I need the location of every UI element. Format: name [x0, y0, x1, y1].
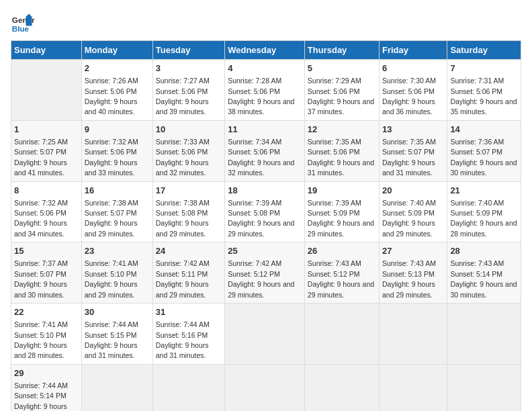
day-number: 13 — [382, 124, 444, 136]
day-info: Sunrise: 7:35 AMSunset: 5:07 PMDaylight:… — [382, 138, 436, 177]
day-info: Sunrise: 7:39 AMSunset: 5:08 PMDaylight:… — [228, 199, 294, 238]
day-info: Sunrise: 7:42 AMSunset: 5:12 PMDaylight:… — [228, 259, 294, 298]
column-header-wednesday: Wednesday — [225, 41, 305, 60]
calendar-cell: 8 Sunrise: 7:32 AMSunset: 5:06 PMDayligh… — [11, 181, 82, 242]
day-number: 21 — [450, 185, 518, 197]
day-number: 15 — [14, 245, 79, 257]
day-info: Sunrise: 7:44 AMSunset: 5:14 PMDaylight:… — [14, 381, 68, 411]
calendar-cell: 3 Sunrise: 7:27 AMSunset: 5:06 PMDayligh… — [152, 60, 224, 121]
calendar-cell: 30 Sunrise: 7:44 AMSunset: 5:15 PMDaylig… — [81, 304, 152, 365]
calendar-cell: 18 Sunrise: 7:39 AMSunset: 5:08 PMDaylig… — [225, 181, 305, 242]
day-info: Sunrise: 7:34 AMSunset: 5:06 PMDaylight:… — [228, 138, 294, 177]
calendar-cell: 29 Sunrise: 7:44 AMSunset: 5:14 PMDaylig… — [11, 364, 82, 411]
day-info: Sunrise: 7:36 AMSunset: 5:07 PMDaylight:… — [450, 138, 517, 177]
day-info: Sunrise: 7:43 AMSunset: 5:14 PMDaylight:… — [450, 259, 517, 298]
day-info: Sunrise: 7:31 AMSunset: 5:06 PMDaylight:… — [450, 77, 517, 116]
calendar-cell: 16 Sunrise: 7:38 AMSunset: 5:07 PMDaylig… — [81, 181, 152, 242]
calendar-cell: 24 Sunrise: 7:42 AMSunset: 5:11 PMDaylig… — [152, 242, 224, 304]
calendar-cell: 27 Sunrise: 7:43 AMSunset: 5:13 PMDaylig… — [380, 242, 447, 304]
header: General Blue — [11, 11, 521, 35]
column-header-friday: Friday — [380, 41, 447, 60]
day-number: 2 — [85, 62, 150, 75]
day-info: Sunrise: 7:38 AMSunset: 5:08 PMDaylight:… — [156, 199, 210, 238]
calendar-cell — [447, 364, 521, 411]
day-info: Sunrise: 7:29 AMSunset: 5:06 PMDaylight:… — [308, 77, 374, 116]
calendar-cell — [447, 304, 521, 365]
day-info: Sunrise: 7:32 AMSunset: 5:06 PMDaylight:… — [14, 199, 68, 238]
day-info: Sunrise: 7:33 AMSunset: 5:06 PMDaylight:… — [156, 138, 210, 177]
day-number: 10 — [156, 124, 222, 136]
day-number: 28 — [450, 245, 518, 257]
column-header-tuesday: Tuesday — [152, 41, 224, 60]
day-info: Sunrise: 7:40 AMSunset: 5:09 PMDaylight:… — [382, 199, 436, 238]
calendar-cell: 19 Sunrise: 7:39 AMSunset: 5:09 PMDaylig… — [304, 181, 379, 242]
day-number: 6 — [382, 62, 444, 75]
calendar-cell: 5 Sunrise: 7:29 AMSunset: 5:06 PMDayligh… — [304, 60, 379, 121]
calendar-table: SundayMondayTuesdayWednesdayThursdayFrid… — [11, 40, 521, 411]
calendar-cell: 28 Sunrise: 7:43 AMSunset: 5:14 PMDaylig… — [447, 242, 521, 304]
column-header-sunday: Sunday — [11, 41, 82, 60]
day-number: 1 — [14, 124, 79, 136]
calendar-cell — [380, 364, 447, 411]
calendar-cell — [11, 60, 82, 121]
calendar-cell: 2 Sunrise: 7:26 AMSunset: 5:06 PMDayligh… — [81, 60, 152, 121]
calendar-cell — [304, 364, 379, 411]
day-number: 14 — [450, 124, 518, 136]
day-number: 22 — [14, 306, 79, 318]
calendar-week-row: 8 Sunrise: 7:32 AMSunset: 5:06 PMDayligh… — [11, 181, 521, 242]
day-number: 9 — [85, 124, 150, 136]
day-info: Sunrise: 7:44 AMSunset: 5:16 PMDaylight:… — [156, 320, 210, 359]
day-info: Sunrise: 7:26 AMSunset: 5:06 PMDaylight:… — [85, 77, 138, 116]
day-info: Sunrise: 7:44 AMSunset: 5:15 PMDaylight:… — [85, 320, 138, 359]
day-number: 20 — [382, 185, 444, 197]
calendar-week-row: 2 Sunrise: 7:26 AMSunset: 5:06 PMDayligh… — [11, 60, 521, 121]
calendar-cell — [304, 304, 379, 365]
calendar-week-row: 29 Sunrise: 7:44 AMSunset: 5:14 PMDaylig… — [11, 364, 521, 411]
calendar-cell — [152, 364, 224, 411]
day-number: 26 — [308, 245, 376, 257]
day-number: 19 — [308, 185, 376, 197]
day-number: 25 — [228, 245, 302, 257]
calendar-cell: 21 Sunrise: 7:40 AMSunset: 5:09 PMDaylig… — [447, 181, 521, 242]
day-info: Sunrise: 7:28 AMSunset: 5:06 PMDaylight:… — [228, 77, 294, 116]
day-number: 29 — [14, 367, 79, 379]
calendar-cell: 14 Sunrise: 7:36 AMSunset: 5:07 PMDaylig… — [447, 120, 521, 181]
day-number: 7 — [450, 62, 518, 75]
day-number: 11 — [228, 124, 302, 136]
day-info: Sunrise: 7:41 AMSunset: 5:10 PMDaylight:… — [14, 320, 68, 359]
day-number: 4 — [228, 62, 302, 75]
day-info: Sunrise: 7:37 AMSunset: 5:07 PMDaylight:… — [14, 259, 68, 298]
day-info: Sunrise: 7:41 AMSunset: 5:10 PMDaylight:… — [85, 259, 138, 298]
day-info: Sunrise: 7:43 AMSunset: 5:12 PMDaylight:… — [308, 259, 374, 298]
column-header-thursday: Thursday — [304, 41, 379, 60]
calendar-cell: 10 Sunrise: 7:33 AMSunset: 5:06 PMDaylig… — [152, 120, 224, 181]
column-header-monday: Monday — [81, 41, 152, 60]
day-number: 27 — [382, 245, 444, 257]
calendar-cell: 25 Sunrise: 7:42 AMSunset: 5:12 PMDaylig… — [225, 242, 305, 304]
day-number: 5 — [308, 62, 376, 75]
calendar-cell: 12 Sunrise: 7:35 AMSunset: 5:06 PMDaylig… — [304, 120, 379, 181]
calendar-cell — [380, 304, 447, 365]
column-header-saturday: Saturday — [447, 41, 521, 60]
calendar-cell — [81, 364, 152, 411]
day-number: 12 — [308, 124, 376, 136]
calendar-cell: 15 Sunrise: 7:37 AMSunset: 5:07 PMDaylig… — [11, 242, 82, 304]
calendar-cell: 17 Sunrise: 7:38 AMSunset: 5:08 PMDaylig… — [152, 181, 224, 242]
day-number: 31 — [156, 306, 222, 318]
calendar-cell: 26 Sunrise: 7:43 AMSunset: 5:12 PMDaylig… — [304, 242, 379, 304]
day-number: 17 — [156, 185, 222, 197]
day-number: 3 — [156, 62, 222, 75]
day-number: 30 — [85, 306, 150, 318]
day-info: Sunrise: 7:39 AMSunset: 5:09 PMDaylight:… — [308, 199, 374, 238]
day-info: Sunrise: 7:30 AMSunset: 5:06 PMDaylight:… — [382, 77, 436, 116]
logo-icon: General Blue — [11, 11, 35, 35]
day-info: Sunrise: 7:27 AMSunset: 5:06 PMDaylight:… — [156, 77, 210, 116]
day-info: Sunrise: 7:40 AMSunset: 5:09 PMDaylight:… — [450, 199, 517, 238]
day-number: 18 — [228, 185, 302, 197]
calendar-cell: 4 Sunrise: 7:28 AMSunset: 5:06 PMDayligh… — [225, 60, 305, 121]
calendar-cell: 11 Sunrise: 7:34 AMSunset: 5:06 PMDaylig… — [225, 120, 305, 181]
calendar-week-row: 15 Sunrise: 7:37 AMSunset: 5:07 PMDaylig… — [11, 242, 521, 304]
logo: General Blue — [11, 11, 38, 35]
calendar-cell: 23 Sunrise: 7:41 AMSunset: 5:10 PMDaylig… — [81, 242, 152, 304]
day-number: 16 — [85, 185, 150, 197]
